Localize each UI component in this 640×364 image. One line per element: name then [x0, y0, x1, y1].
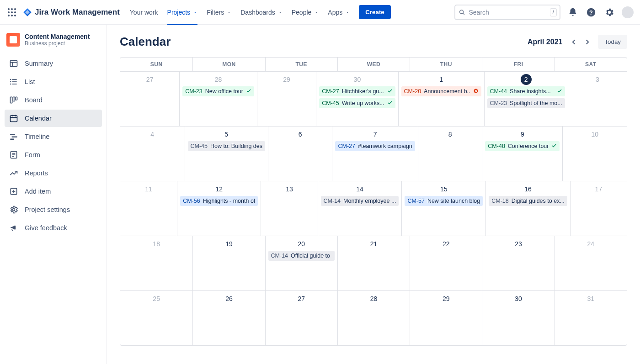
calendar-day[interactable]: 1CM-20Announcement b..: [398, 72, 484, 126]
notifications-icon[interactable]: [567, 6, 579, 18]
event-card[interactable]: CM-14Official guide to: [268, 251, 335, 261]
event-card[interactable]: CM-27#teamwork campaign: [335, 141, 415, 151]
day-number: 15: [405, 184, 483, 194]
sidebar-item-calendar[interactable]: Calendar: [5, 110, 102, 127]
nav-item-your-work[interactable]: Your work: [125, 0, 163, 25]
sidebar-item-project-settings[interactable]: Project settings: [5, 201, 102, 218]
project-header[interactable]: Content Management Business project: [5, 31, 102, 53]
calendar-day[interactable]: 11: [120, 181, 177, 236]
calendar-day[interactable]: 25: [120, 291, 192, 345]
profile-avatar[interactable]: [622, 6, 634, 18]
help-icon[interactable]: ?: [585, 6, 597, 18]
calendar-day[interactable]: 5CM-45How to: Building des: [185, 127, 268, 181]
calendar-day[interactable]: 2CM-44Share insights...CM-23Spotlight of…: [484, 72, 568, 126]
calendar-week: 181920CM-14Official guide to21222324: [120, 236, 627, 290]
event-card[interactable]: CM-14Monthly employee ...: [321, 196, 399, 206]
search-box[interactable]: /: [454, 5, 560, 20]
calendar-day[interactable]: 16CM-18Digital guides to ex...: [485, 181, 570, 236]
day-number: 10: [565, 129, 624, 139]
calendar-day[interactable]: 30CM-27Hitchhiker's gu...CM-45Write up w…: [316, 72, 398, 126]
calendar-day[interactable]: 12CM-56Highlights - month of: [177, 181, 261, 236]
sidebar-item-summary[interactable]: Summary: [5, 55, 102, 72]
calendar-day[interactable]: 6: [268, 127, 332, 181]
calendar-day[interactable]: 28: [337, 291, 410, 345]
sidebar-item-form[interactable]: Form: [5, 146, 102, 164]
product-logo[interactable]: Jira Work Management: [23, 8, 120, 17]
event-card[interactable]: CM-23Spotlight of the mo...: [487, 98, 565, 108]
dow-mon: MON: [192, 58, 265, 71]
calendar-day[interactable]: 15CM-57New site launch blog: [401, 181, 485, 236]
today-button[interactable]: Today: [598, 35, 627, 49]
svg-rect-13: [11, 60, 17, 66]
calendar-day[interactable]: 22: [410, 236, 482, 290]
sidebar-item-reports[interactable]: Reports: [5, 164, 102, 182]
nav-item-projects[interactable]: Projects: [163, 0, 203, 25]
day-number: 30: [485, 294, 551, 304]
calendar-day[interactable]: 19: [192, 236, 265, 290]
settings-icon[interactable]: [603, 6, 615, 18]
chevron-down-icon: [193, 10, 197, 15]
sidebar-item-give-feedback[interactable]: Give feedback: [5, 219, 102, 237]
day-number: 8: [421, 129, 480, 139]
calendar-day[interactable]: 21: [337, 236, 410, 290]
project-icon: [6, 33, 20, 47]
event-card[interactable]: CM-44Share insights...: [487, 86, 565, 96]
event-card[interactable]: CM-23New office tour: [182, 86, 254, 96]
calendar-day[interactable]: 30: [482, 291, 554, 345]
event-card[interactable]: CM-45Write up works...: [319, 98, 395, 108]
calendar-day[interactable]: 29: [410, 291, 482, 345]
calendar-day[interactable]: 14CM-14Monthly employee ...: [318, 181, 402, 236]
nav-items: Your workProjectsFiltersDashboardsPeople…: [125, 0, 354, 25]
calendar-day[interactable]: 31: [555, 291, 627, 345]
calendar-day[interactable]: 28CM-23New office tour: [179, 72, 257, 126]
sidebar-item-list[interactable]: List: [5, 73, 102, 90]
calendar-day[interactable]: 27: [265, 291, 337, 345]
calendar-day[interactable]: 20CM-14Official guide to: [265, 236, 337, 290]
calendar-day[interactable]: 7CM-27#teamwork campaign: [332, 127, 417, 181]
svg-point-8: [14, 15, 16, 16]
event-card[interactable]: CM-57New site launch blog: [405, 196, 483, 206]
nav-item-filters[interactable]: Filters: [202, 0, 236, 25]
calendar-day[interactable]: 17: [570, 181, 627, 236]
next-month-button[interactable]: [581, 35, 594, 49]
event-card[interactable]: CM-18Digital guides to ex...: [489, 196, 567, 206]
search-input[interactable]: [468, 8, 550, 16]
sidebar-item-timeline[interactable]: Timeline: [5, 128, 102, 145]
create-button[interactable]: Create: [359, 5, 391, 19]
event-card[interactable]: CM-45How to: Building des: [188, 141, 265, 151]
calendar-day[interactable]: 23: [482, 236, 554, 290]
nav-item-apps[interactable]: Apps: [323, 0, 354, 25]
calendar-day[interactable]: 18: [120, 236, 192, 290]
calendar-day[interactable]: 3: [568, 72, 627, 126]
calendar-day[interactable]: 13: [261, 181, 317, 236]
sidebar-item-add-item[interactable]: Add item: [5, 183, 102, 200]
event-card[interactable]: CM-27Hitchhiker's gu...: [319, 86, 395, 96]
calendar-day[interactable]: 24: [555, 236, 627, 290]
calendar-day[interactable]: 10: [562, 127, 627, 181]
prev-month-button[interactable]: [567, 35, 581, 49]
calendar-day[interactable]: 27: [120, 72, 179, 126]
calendar-day[interactable]: 4: [120, 127, 185, 181]
dow-tue: TUE: [265, 58, 337, 71]
nav-item-dashboards[interactable]: Dashboards: [236, 0, 287, 25]
sidebar: Content Management Business project Summ…: [0, 25, 107, 364]
event-card[interactable]: CM-56Highlights - month of: [180, 196, 258, 206]
nav-item-people[interactable]: People: [287, 0, 324, 25]
jira-logo-icon: [23, 8, 32, 17]
nav-item-label: People: [292, 9, 312, 16]
form-icon: [9, 150, 18, 159]
event-card[interactable]: CM-48Conference tour: [485, 141, 560, 151]
calendar: SUNMONTUEWEDTHUFRISAT 2728CM-23New offic…: [120, 57, 627, 346]
event-card[interactable]: CM-20Announcement b..: [401, 86, 481, 96]
check-icon: [551, 143, 557, 148]
calendar-day[interactable]: 26: [192, 291, 265, 345]
project-name: Content Management: [25, 33, 90, 40]
calendar-day[interactable]: 8: [418, 127, 482, 181]
svg-point-20: [10, 81, 11, 83]
nav-item-label: Apps: [328, 9, 342, 16]
sidebar-item-board[interactable]: Board: [5, 91, 102, 109]
list-icon: [9, 77, 18, 86]
calendar-day[interactable]: 9CM-48Conference tour: [482, 127, 562, 181]
calendar-day[interactable]: 29: [257, 72, 316, 126]
app-switcher-icon[interactable]: [6, 7, 17, 18]
